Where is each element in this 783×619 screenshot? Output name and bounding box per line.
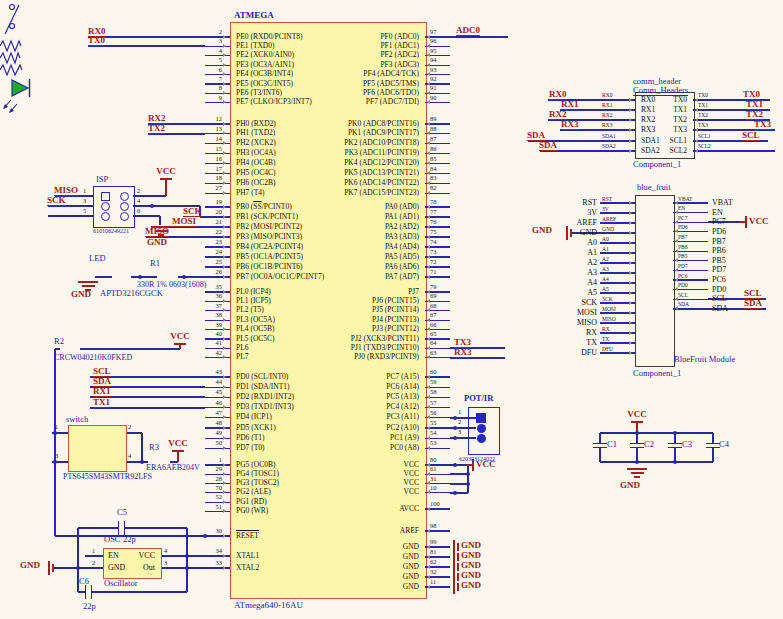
pin-label: PK6 (ADC14/PCINT22) bbox=[236, 179, 419, 187]
label-22p: 22p bbox=[123, 535, 136, 544]
isp-pad[interactable] bbox=[101, 202, 110, 211]
isp-pad-1[interactable] bbox=[101, 192, 110, 201]
wire bbox=[205, 193, 230, 194]
bf-pin-label: A4 bbox=[520, 279, 597, 287]
bf-stub-name: TX bbox=[602, 337, 609, 343]
comm-pin-name: SCL1 bbox=[641, 137, 687, 145]
isp-pad[interactable] bbox=[120, 212, 129, 221]
isp-pin-number: 2 bbox=[137, 188, 140, 195]
net-label-sda: SDA bbox=[744, 299, 762, 309]
pin-number: 18 bbox=[197, 175, 222, 182]
gnd-label: GND bbox=[461, 571, 481, 580]
pin-glyph bbox=[629, 241, 632, 245]
bluefruit-body[interactable] bbox=[635, 195, 675, 367]
bf-stub-name: EN bbox=[678, 206, 685, 212]
pin-glyph bbox=[223, 395, 226, 399]
pot-pad[interactable] bbox=[477, 434, 486, 443]
pin-number: 19 bbox=[197, 199, 222, 206]
net-label-rx3: RX3 bbox=[454, 348, 472, 358]
pin-number: 36 bbox=[197, 293, 222, 300]
pin-glyph bbox=[223, 215, 226, 219]
net-label-adc0: ADC0 bbox=[456, 26, 480, 36]
junction-dot bbox=[76, 566, 80, 570]
pin-glyph bbox=[629, 311, 632, 315]
gnd-symbol bbox=[457, 583, 459, 591]
pin-number: 17 bbox=[197, 166, 222, 173]
vcc-label: VCC bbox=[622, 410, 652, 419]
bf-stub-name: SCL bbox=[678, 293, 688, 299]
resistor-r1[interactable] bbox=[0, 40, 21, 52]
gnd-symbol bbox=[457, 563, 459, 571]
wire bbox=[205, 36, 230, 37]
bf-pin-label: A1 bbox=[520, 249, 597, 257]
pin-number: 8 bbox=[197, 85, 222, 92]
vcc-label: VCC bbox=[749, 217, 769, 226]
junction-dot bbox=[140, 460, 144, 464]
bf-stub-name: DFU bbox=[602, 347, 613, 353]
pot-pad-1[interactable] bbox=[476, 413, 486, 423]
isp-pad[interactable] bbox=[101, 212, 110, 221]
isp-pad[interactable] bbox=[120, 192, 129, 201]
comm-pin-name: TX1 bbox=[641, 106, 687, 114]
pin-number: 77 bbox=[430, 209, 437, 216]
switch-pin-number: 3 bbox=[55, 453, 58, 460]
pin-glyph bbox=[629, 291, 632, 295]
pin-glyph bbox=[223, 290, 226, 294]
pin-glyph bbox=[223, 308, 226, 312]
label-c5: C5 bbox=[117, 508, 127, 517]
pin-label: PF3 (ADC3) bbox=[236, 61, 419, 69]
pin-glyph bbox=[629, 108, 632, 112]
pin-glyph bbox=[223, 534, 226, 538]
net-label-rx1: RX1 bbox=[93, 387, 111, 397]
bf-stub-name: PB5 bbox=[678, 254, 687, 260]
bf-pin-label: SDA bbox=[712, 305, 728, 313]
resistor-r3[interactable] bbox=[0, 64, 22, 76]
label-oscillator: Oscillator bbox=[104, 579, 138, 588]
resistor-r2[interactable] bbox=[0, 52, 20, 64]
label-blue-fruit: blue_fruit bbox=[637, 183, 671, 192]
bf-pin-label: MISO bbox=[520, 319, 597, 327]
pin-label: PC3 (A11) bbox=[236, 413, 419, 421]
gnd-symbol bbox=[457, 553, 459, 561]
bf-stub-name: 3V bbox=[602, 207, 609, 213]
comm-stub-name: RX2 bbox=[602, 113, 612, 119]
capacitor-plate bbox=[124, 521, 126, 535]
led-symbol[interactable] bbox=[0, 76, 36, 118]
chip-name-label: ATMEGA bbox=[234, 11, 274, 20]
pin-number: 60 bbox=[430, 369, 437, 376]
net-label-sda: SDA bbox=[539, 141, 557, 151]
bf-stub-name: PD6 bbox=[678, 225, 688, 231]
wire bbox=[600, 432, 713, 433]
osc-pin-number: 1 bbox=[92, 548, 95, 555]
comm-stub-name: SCL1 bbox=[698, 134, 711, 140]
isp-pad[interactable] bbox=[120, 202, 129, 211]
pin-number: 42 bbox=[197, 350, 222, 357]
gnd-symbol bbox=[570, 229, 572, 237]
pin-number: 96 bbox=[430, 38, 437, 45]
pin-number: 39 bbox=[197, 322, 222, 329]
pin-glyph bbox=[629, 211, 632, 215]
comm-stub-name: TX2 bbox=[698, 113, 708, 119]
chip-part-label: ATmega640-16AU bbox=[234, 601, 303, 610]
pin-glyph bbox=[427, 191, 430, 195]
pin-glyph bbox=[223, 566, 226, 570]
pot-pad[interactable] bbox=[477, 424, 486, 433]
wire bbox=[205, 397, 230, 398]
pin-glyph bbox=[629, 301, 632, 305]
bf-stub-name: A4 bbox=[602, 277, 609, 283]
switch-body[interactable] bbox=[68, 425, 127, 472]
gnd-symbol bbox=[48, 561, 50, 575]
isp-pin-number: 5 bbox=[83, 208, 86, 215]
pin-label: PK0 (ADC8/PCINT16) bbox=[236, 120, 419, 128]
pin-number: 55 bbox=[430, 420, 437, 427]
pin-label: VCC bbox=[236, 479, 419, 487]
label-bluefruit-module: BlueFruit Module bbox=[674, 355, 735, 364]
gnd-label: GND bbox=[20, 561, 40, 570]
pin-label: PF0 (ADC0) bbox=[236, 33, 419, 41]
junction-dot bbox=[453, 436, 457, 440]
bf-stub-name: A2 bbox=[602, 257, 609, 263]
pin-glyph bbox=[427, 275, 430, 279]
pin-glyph bbox=[223, 346, 226, 350]
pin-glyph bbox=[223, 255, 226, 259]
wire bbox=[125, 527, 187, 528]
